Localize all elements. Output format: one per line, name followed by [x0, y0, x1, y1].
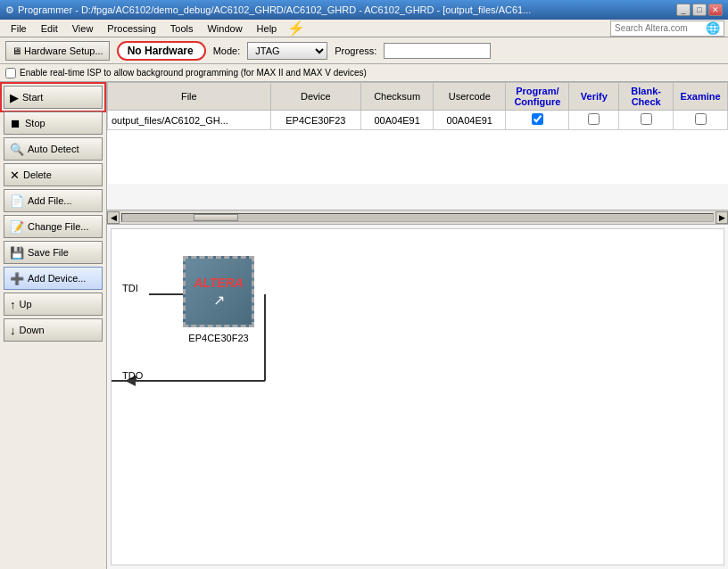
mode-label: Mode:	[213, 45, 241, 56]
change-file-button[interactable]: 📝 Change File...	[4, 215, 103, 238]
stop-icon: ⏹	[10, 117, 21, 130]
examine-checkbox[interactable]	[695, 113, 707, 125]
delete-label: Delete	[23, 169, 52, 180]
stop-button[interactable]: ⏹ Stop	[4, 111, 103, 135]
auto-detect-button[interactable]: 🔍 Auto Detect	[4, 137, 103, 161]
menu-edit[interactable]: Edit	[34, 21, 65, 36]
col-header-blank: Blank-Check	[619, 83, 674, 111]
cell-device: EP4CE30F23	[270, 111, 360, 130]
blank-checkbox[interactable]	[641, 113, 652, 125]
hardware-setup-button[interactable]: 🖥 Hardware Setup...	[5, 41, 110, 61]
col-header-verify: Verify	[569, 83, 619, 111]
isp-row: Enable real-time ISP to allow background…	[0, 64, 728, 82]
stop-label: Stop	[25, 118, 46, 128]
isp-label: Enable real-time ISP to allow background…	[20, 68, 367, 78]
cell-checksum: 00A04E91	[361, 111, 434, 130]
altera-logo: ALTERA	[194, 276, 244, 290]
scrollbar-thumb[interactable]	[194, 214, 238, 221]
addfile-icon: 📄	[10, 194, 24, 208]
up-button[interactable]: ↑ Up	[4, 293, 103, 316]
chip-arrow-icon: ↗	[213, 292, 225, 309]
chip-device-label: EP4CE30F23	[188, 333, 248, 343]
col-header-device: Device	[270, 83, 360, 111]
savefile-label: Save File	[28, 247, 69, 258]
menu-file[interactable]: File	[4, 21, 34, 36]
program-checkbox[interactable]	[532, 113, 543, 125]
tdo-label: TDO	[122, 370, 143, 381]
mode-select[interactable]: JTAG	[247, 42, 327, 60]
search-input[interactable]	[615, 23, 704, 33]
menu-processing[interactable]: Processing	[100, 21, 162, 36]
changefile-label: Change File...	[28, 221, 88, 232]
empty-row	[108, 130, 728, 184]
progress-label: Progress:	[335, 45, 376, 56]
isp-checkbox[interactable]	[5, 68, 16, 78]
col-header-checksum: Checksum	[361, 83, 434, 111]
start-button[interactable]: ▶ Start	[4, 86, 103, 109]
hardware-setup-row: 🖥 Hardware Setup... No Hardware Mode: JT…	[0, 37, 728, 64]
menu-window[interactable]: Window	[200, 21, 249, 36]
window-title: Programmer - D:/fpga/AC6102/demo_debug/A…	[18, 4, 531, 15]
no-hardware-label: No Hardware	[117, 41, 206, 61]
sidebar: ▶ Start ⏹ Stop 🔍 Auto Detect ✕ Delete 📄 …	[0, 82, 107, 569]
altera-logo-icon: ⚡	[287, 20, 305, 37]
col-header-program: Program/Configure	[506, 83, 569, 111]
menu-bar: File Edit View Processing Tools Window H…	[0, 20, 728, 37]
cell-examine[interactable]	[674, 111, 728, 130]
restore-button[interactable]: □	[692, 4, 707, 16]
horizontal-scrollbar[interactable]: ◀ ▶	[107, 210, 728, 224]
start-icon: ▶	[10, 91, 19, 104]
down-label: Down	[20, 325, 45, 335]
table-area: File Device Checksum Usercode Program/Co…	[107, 82, 728, 225]
menu-view[interactable]: View	[65, 21, 101, 36]
autodetect-icon: 🔍	[10, 143, 24, 156]
table-row: output_files/AC6102_GH... EP4CE30F23 00A…	[108, 111, 728, 130]
delete-button[interactable]: ✕ Delete	[4, 163, 103, 186]
cell-program[interactable]	[506, 111, 569, 130]
scroll-right-button[interactable]: ▶	[716, 211, 728, 224]
minimize-button[interactable]: _	[676, 4, 691, 16]
start-label: Start	[22, 92, 43, 103]
progress-bar	[384, 43, 491, 59]
adddevice-icon: ➕	[10, 272, 24, 285]
program-table: File Device Checksum Usercode Program/Co…	[107, 82, 728, 184]
col-header-file: File	[108, 83, 271, 111]
up-label: Up	[20, 299, 32, 309]
scrollbar-track[interactable]	[121, 213, 714, 222]
verify-checkbox[interactable]	[588, 113, 600, 125]
changefile-icon: 📝	[10, 220, 24, 234]
down-icon: ↓	[10, 324, 16, 337]
close-button[interactable]: ✕	[708, 4, 723, 16]
save-file-button[interactable]: 💾 Save File	[4, 241, 103, 264]
cell-usercode: 00A04E91	[434, 111, 506, 130]
scroll-left-button[interactable]: ◀	[107, 211, 120, 224]
app-icon: ⚙	[5, 4, 14, 16]
addfile-label: Add File...	[28, 195, 72, 206]
hardware-icon: 🖥	[12, 45, 21, 56]
main-content: ▶ Start ⏹ Stop 🔍 Auto Detect ✕ Delete 📄 …	[0, 82, 728, 569]
menu-help[interactable]: Help	[250, 21, 285, 36]
diagram-area: TDI ALTERA ↗ EP4CE30	[111, 228, 724, 565]
up-icon: ↑	[10, 298, 16, 311]
menu-tools[interactable]: Tools	[163, 21, 201, 36]
fpga-chip: ALTERA ↗ EP4CE30F23	[183, 256, 254, 327]
delete-icon: ✕	[10, 169, 20, 182]
add-device-button[interactable]: ➕ Add Device...	[4, 267, 103, 290]
col-header-usercode: Usercode	[434, 83, 506, 111]
globe-icon: 🌐	[706, 21, 720, 35]
cell-blank[interactable]	[619, 111, 674, 130]
autodetect-label: Auto Detect	[28, 144, 79, 154]
cell-verify[interactable]	[569, 111, 619, 130]
search-box: 🌐	[610, 21, 724, 37]
col-header-examine: Examine	[674, 83, 728, 111]
add-file-button[interactable]: 📄 Add File...	[4, 189, 103, 212]
title-bar: ⚙ Programmer - D:/fpga/AC6102/demo_debug…	[0, 0, 728, 20]
adddevice-label: Add Device...	[28, 273, 86, 284]
savefile-icon: 💾	[10, 246, 24, 260]
cell-file: output_files/AC6102_GH...	[108, 111, 271, 130]
right-content: File Device Checksum Usercode Program/Co…	[107, 82, 728, 569]
down-button[interactable]: ↓ Down	[4, 318, 103, 342]
